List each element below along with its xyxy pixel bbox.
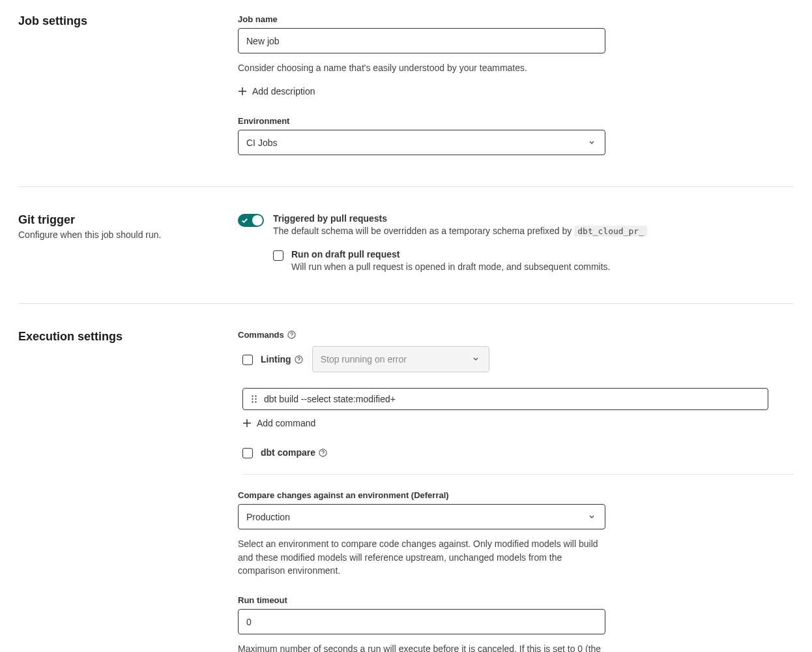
timeout-field: Run timeout Maximum number of seconds a …: [238, 595, 794, 652]
run-draft-text: Run on draft pull request Will run when …: [291, 249, 611, 272]
dbt-compare-row: dbt compare: [242, 447, 794, 475]
job-settings-section: Job settings Job name Consider choosing …: [18, 12, 794, 186]
triggered-by-pr-toggle[interactable]: [238, 214, 264, 227]
triggered-by-pr-row: Triggered by pull requests The default s…: [238, 213, 794, 272]
timeout-helper: Maximum number of seconds a run will exe…: [238, 642, 605, 652]
linting-checkbox[interactable]: [242, 355, 253, 365]
svg-point-3: [255, 396, 256, 397]
svg-point-2: [252, 396, 253, 397]
triggered-by-pr-label: Triggered by pull requests: [273, 213, 647, 224]
help-icon[interactable]: [319, 449, 327, 457]
execution-left: Execution settings: [18, 330, 238, 652]
deferral-label: Compare changes against an environment (…: [238, 490, 794, 500]
svg-point-7: [255, 402, 256, 403]
deferral-helper: Select an environment to compare code ch…: [238, 537, 605, 577]
plus-icon: [238, 87, 247, 96]
chevron-down-icon: [472, 355, 481, 364]
dbt-compare-label: dbt compare: [261, 447, 315, 458]
chevron-down-icon: [588, 138, 597, 147]
linting-checkbox-group: Linting: [242, 353, 303, 365]
add-description-label: Add description: [252, 86, 315, 96]
timeout-label: Run timeout: [238, 595, 794, 605]
run-draft-desc: Will run when a pull request is opened i…: [291, 261, 611, 272]
triggered-by-pr-text: Triggered by pull requests The default s…: [273, 213, 647, 272]
plus-icon: [242, 419, 252, 428]
git-trigger-subtitle: Configure when this job should run.: [18, 230, 238, 240]
add-command-label: Add command: [257, 418, 315, 428]
triggered-by-pr-desc: The default schema will be overridden as…: [273, 226, 647, 236]
job-settings-left: Job settings: [18, 14, 238, 155]
timeout-input[interactable]: [238, 609, 605, 634]
commands-label-row: Commands: [238, 330, 794, 340]
git-trigger-title: Git trigger: [18, 213, 238, 227]
git-trigger-right: Triggered by pull requests The default s…: [238, 213, 794, 272]
environment-value: CI Jobs: [246, 138, 277, 148]
environment-field: Environment CI Jobs: [238, 116, 794, 155]
check-icon: [241, 216, 250, 224]
git-trigger-left: Git trigger Configure when this job shou…: [18, 213, 238, 272]
triggered-desc-code: dbt_cloud_pr_: [574, 226, 647, 237]
deferral-value: Production: [246, 512, 290, 522]
environment-select[interactable]: CI Jobs: [238, 130, 605, 155]
triggered-desc-prefix: The default schema will be overridden as…: [273, 226, 574, 236]
run-draft-row: Run on draft pull request Will run when …: [273, 249, 647, 272]
dbt-compare-checkbox[interactable]: [242, 448, 253, 458]
command-text: dbt build --select state:modified+: [264, 394, 396, 404]
execution-right: Commands Linting Stop running on error: [238, 330, 794, 652]
svg-point-6: [252, 402, 253, 403]
command-row[interactable]: dbt build --select state:modified+: [242, 388, 768, 410]
environment-label: Environment: [238, 116, 794, 126]
linting-select-value: Stop running on error: [321, 354, 407, 364]
drag-handle-icon[interactable]: [251, 394, 257, 404]
job-name-helper: Consider choosing a name that's easily u…: [238, 61, 605, 74]
commands-label: Commands: [238, 330, 284, 340]
execution-section: Execution settings Commands Linting Stop…: [18, 303, 794, 652]
git-trigger-section: Git trigger Configure when this job shou…: [18, 186, 794, 303]
deferral-select[interactable]: Production: [238, 504, 605, 529]
add-description-button[interactable]: Add description: [238, 86, 315, 96]
toggle-knob: [252, 215, 263, 226]
help-icon[interactable]: [295, 355, 303, 364]
job-name-label: Job name: [238, 14, 794, 24]
job-settings-title: Job settings: [18, 14, 238, 28]
run-draft-label: Run on draft pull request: [291, 249, 611, 259]
job-settings-right: Job name Consider choosing a name that's…: [238, 14, 794, 155]
help-icon[interactable]: [287, 331, 296, 339]
linting-row: Linting Stop running on error: [242, 346, 794, 372]
linting-select[interactable]: Stop running on error: [312, 346, 489, 372]
svg-point-5: [255, 398, 256, 400]
run-draft-checkbox[interactable]: [273, 250, 283, 261]
linting-label: Linting: [261, 354, 291, 364]
job-name-input[interactable]: [238, 28, 605, 53]
svg-point-4: [252, 398, 253, 400]
add-command-button[interactable]: Add command: [242, 418, 315, 428]
deferral-field: Compare changes against an environment (…: [238, 490, 794, 577]
execution-title: Execution settings: [18, 330, 238, 344]
chevron-down-icon: [588, 512, 597, 522]
